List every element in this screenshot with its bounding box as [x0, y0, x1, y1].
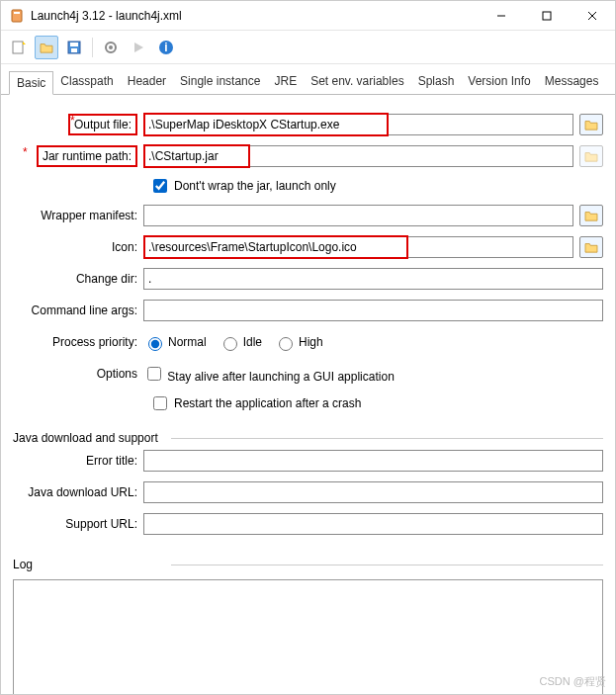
restart-label: Restart the application after a crash	[174, 396, 361, 410]
close-button[interactable]	[570, 1, 615, 31]
java-download-group: Java download and support	[13, 431, 603, 445]
new-button[interactable]	[7, 36, 31, 59]
svg-rect-0	[12, 10, 22, 22]
log-textarea[interactable]	[13, 579, 603, 694]
save-button[interactable]	[62, 36, 86, 59]
app-icon	[9, 8, 25, 24]
output-file-input[interactable]	[143, 114, 573, 135]
tab-messages[interactable]: Messages	[538, 70, 606, 94]
dont-wrap-label: Dont't wrap the jar, launch only	[174, 179, 336, 193]
svg-rect-9	[70, 43, 78, 46]
svg-rect-3	[543, 12, 551, 20]
change-dir-label: Change dir:	[76, 272, 137, 286]
change-dir-row: Change dir:	[13, 267, 603, 291]
tab-bar: Basic Classpath Header Single instance J…	[1, 64, 615, 94]
cmd-args-label: Command line args:	[32, 304, 137, 317]
svg-rect-10	[71, 48, 77, 52]
change-dir-input[interactable]	[143, 268, 603, 290]
dont-wrap-row: Dont't wrap the jar, launch only	[149, 176, 603, 196]
support-url-label: Support URL:	[65, 517, 137, 531]
toolbar: i	[1, 31, 615, 64]
error-title-input[interactable]	[143, 450, 603, 472]
support-url-input[interactable]	[143, 513, 603, 535]
tab-basic[interactable]: Basic	[9, 71, 53, 95]
svg-text:i: i	[164, 41, 167, 54]
java-dl-url-row: Java download URL:	[13, 480, 603, 504]
java-dl-url-label: Java download URL:	[28, 485, 137, 499]
wrapper-manifest-input[interactable]	[143, 205, 573, 226]
wrapper-manifest-browse-button[interactable]	[579, 205, 603, 226]
svg-marker-7	[23, 42, 26, 44]
restart-row: Restart the application after a crash	[149, 393, 603, 413]
output-file-label: Output file:	[74, 118, 132, 131]
priority-idle[interactable]: Idle	[219, 334, 262, 351]
jar-browse-button[interactable]	[579, 145, 603, 167]
info-button[interactable]: i	[154, 36, 178, 59]
icon-browse-button[interactable]	[579, 236, 603, 258]
tab-env-vars[interactable]: Set env. variables	[304, 70, 411, 94]
svg-marker-13	[134, 43, 143, 52]
priority-label: Process priority:	[52, 335, 137, 349]
tab-single-instance[interactable]: Single instance	[173, 70, 267, 94]
icon-input[interactable]	[143, 236, 573, 258]
svg-rect-1	[14, 12, 20, 14]
stay-alive-checkbox[interactable]	[147, 367, 161, 381]
toolbar-separator	[92, 38, 93, 57]
tab-classpath[interactable]: Classpath	[53, 70, 120, 94]
cmd-args-input[interactable]	[143, 300, 603, 321]
minimize-button[interactable]	[479, 1, 524, 31]
jar-label-2: runtime path:	[62, 149, 132, 163]
tab-splash[interactable]: Splash	[411, 70, 462, 94]
maximize-button[interactable]	[524, 1, 570, 31]
priority-row: Process priority: Normal Idle High	[13, 330, 603, 354]
jar-label-1: Jar	[43, 149, 59, 163]
open-button[interactable]	[35, 36, 58, 59]
stay-alive-label: Stay alive after launching a GUI applica…	[167, 370, 394, 384]
error-title-label: Error title:	[86, 454, 137, 468]
titlebar: Launch4j 3.12 - launch4j.xml	[1, 1, 615, 31]
wrapper-manifest-row: Wrapper manifest:	[13, 204, 603, 227]
priority-idle-radio[interactable]	[223, 337, 237, 351]
dont-wrap-checkbox[interactable]	[153, 179, 167, 193]
jar-row: *Jar runtime path:	[13, 144, 603, 168]
svg-point-12	[109, 45, 113, 49]
svg-rect-6	[13, 42, 23, 53]
priority-normal-radio[interactable]	[148, 337, 162, 351]
basic-panel: *Output file: *Jar runtime path: Dont	[1, 94, 615, 694]
options-row: Options Stay alive after launching a GUI…	[13, 362, 603, 386]
build-button[interactable]	[99, 36, 123, 59]
window-title: Launch4j 3.12 - launch4j.xml	[31, 9, 479, 23]
wrapper-manifest-label: Wrapper manifest:	[41, 209, 137, 222]
java-dl-url-input[interactable]	[143, 481, 603, 503]
tab-version-info[interactable]: Version Info	[461, 70, 537, 94]
jar-runtime-input[interactable]	[143, 145, 573, 167]
log-group-label: Log	[13, 558, 603, 571]
icon-label: Icon:	[112, 240, 137, 254]
error-title-row: Error title:	[13, 449, 603, 473]
tab-header[interactable]: Header	[121, 70, 173, 94]
main-window: Launch4j 3.12 - launch4j.xml i Basic Cla…	[0, 0, 616, 695]
support-url-row: Support URL:	[13, 512, 603, 536]
cmd-args-row: Command line args:	[13, 299, 603, 322]
tab-jre[interactable]: JRE	[267, 70, 304, 94]
priority-high-radio[interactable]	[279, 337, 293, 351]
output-file-row: *Output file:	[13, 113, 603, 136]
run-button[interactable]	[127, 36, 150, 59]
icon-row: Icon:	[13, 235, 603, 259]
priority-normal[interactable]: Normal	[143, 334, 207, 351]
options-label: Options	[97, 367, 137, 381]
priority-high[interactable]: High	[274, 334, 323, 351]
restart-checkbox[interactable]	[153, 396, 167, 410]
output-file-browse-button[interactable]	[579, 114, 603, 135]
